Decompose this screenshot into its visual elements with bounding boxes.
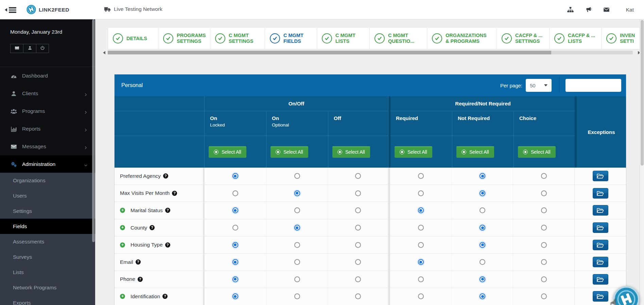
sidebar-collapse-button[interactable] bbox=[5, 6, 16, 14]
messages-quick-button[interactable] bbox=[10, 44, 23, 53]
search-input[interactable] bbox=[565, 79, 621, 92]
exceptions-button-max-visits-per-month[interactable] bbox=[593, 188, 608, 199]
sidebar-subitem-lists[interactable]: Lists bbox=[0, 265, 95, 280]
select-all-button-choice[interactable]: Select All bbox=[518, 146, 556, 158]
radio-email-choice[interactable] bbox=[541, 259, 547, 265]
radio-marital-status-off[interactable] bbox=[355, 207, 361, 213]
envelope-icon[interactable] bbox=[603, 6, 610, 13]
radio-identification-on-optional[interactable] bbox=[294, 293, 300, 299]
exceptions-button-preferred-agency[interactable] bbox=[593, 171, 608, 181]
question-circle-icon[interactable] bbox=[162, 294, 168, 299]
plus-circle-icon[interactable] bbox=[120, 225, 125, 230]
radio-email-required[interactable] bbox=[418, 259, 424, 265]
sidebar-item-administration[interactable]: Administration bbox=[0, 155, 95, 173]
radio-phone-choice[interactable] bbox=[541, 276, 547, 282]
radio-county-choice[interactable] bbox=[541, 225, 547, 231]
radio-email-off[interactable] bbox=[355, 259, 361, 265]
user-menu[interactable]: Kat bbox=[626, 7, 634, 13]
sidebar-subitem-users[interactable]: Users bbox=[0, 188, 95, 203]
exceptions-button-identification[interactable] bbox=[593, 291, 608, 302]
tab-c-mgmt-questio[interactable]: C MGMT QUESTIO... bbox=[370, 28, 427, 49]
radio-identification-not-required[interactable] bbox=[480, 293, 485, 299]
radio-max-visits-per-month-required[interactable] bbox=[418, 190, 424, 196]
radio-phone-on-optional[interactable] bbox=[294, 276, 300, 282]
sidebar-item-messages[interactable]: Messages bbox=[0, 138, 95, 155]
radio-identification-off[interactable] bbox=[355, 293, 361, 299]
sidebar-item-reports[interactable]: Reports bbox=[0, 120, 95, 138]
tab-c-mgmt-lists[interactable]: C MGMT LISTS bbox=[317, 28, 370, 49]
megaphone-icon[interactable] bbox=[585, 6, 592, 13]
radio-identification-on-locked[interactable] bbox=[232, 293, 238, 299]
tab-cacfp-lists[interactable]: CACFP & ... LISTS bbox=[550, 28, 602, 49]
tab-details[interactable]: DETAILS bbox=[108, 28, 158, 49]
radio-preferred-agency-off[interactable] bbox=[355, 173, 361, 179]
question-circle-icon[interactable] bbox=[163, 173, 168, 179]
sidebar-item-clients[interactable]: Clients bbox=[0, 85, 95, 102]
sidebar-subitem-assessments[interactable]: Assessments bbox=[0, 234, 95, 249]
tabs-scroll-left-button[interactable] bbox=[103, 51, 105, 54]
sidebar-subitem-settings[interactable]: Settings bbox=[0, 203, 95, 219]
tab-inven-setti[interactable]: INVEN SETTI bbox=[602, 28, 644, 49]
link2feed-floating-button[interactable]: ☝ bbox=[613, 286, 640, 305]
sidebar-item-dashboard[interactable]: Dashboard bbox=[0, 67, 95, 85]
tab-cacfp-settings[interactable]: CACFP & ... SETTINGS bbox=[497, 28, 550, 49]
radio-housing-type-not-required[interactable] bbox=[480, 242, 485, 248]
radio-phone-off[interactable] bbox=[355, 276, 361, 282]
select-all-button-required[interactable]: Select All bbox=[395, 146, 432, 158]
radio-county-on-optional[interactable] bbox=[294, 225, 300, 231]
exceptions-button-county[interactable] bbox=[593, 222, 608, 233]
select-all-button-off[interactable]: Select All bbox=[332, 146, 370, 158]
question-circle-icon[interactable] bbox=[138, 277, 143, 282]
exceptions-button-marital-status[interactable] bbox=[593, 205, 608, 216]
sidebar-subitem-organizations[interactable]: Organizations bbox=[0, 173, 95, 188]
tab-c-mgmt-settings[interactable]: C MGMT SETTINGS bbox=[210, 28, 265, 49]
sidebar-subitem-exports[interactable]: Exports bbox=[0, 295, 95, 305]
question-circle-icon[interactable] bbox=[165, 242, 170, 248]
tabs-scrollbar-track[interactable] bbox=[108, 51, 633, 54]
radio-max-visits-per-month-on-locked[interactable] bbox=[232, 190, 238, 196]
radio-email-not-required[interactable] bbox=[480, 259, 485, 265]
sidebar-subitem-surveys[interactable]: Surveys bbox=[0, 249, 95, 265]
radio-max-visits-per-month-choice[interactable] bbox=[541, 190, 547, 196]
question-circle-icon[interactable] bbox=[165, 208, 170, 213]
radio-preferred-agency-not-required[interactable] bbox=[480, 173, 485, 179]
plus-circle-icon[interactable] bbox=[120, 242, 125, 248]
radio-max-visits-per-month-on-optional[interactable] bbox=[294, 190, 300, 196]
radio-county-on-locked[interactable] bbox=[232, 225, 238, 231]
radio-email-on-locked[interactable] bbox=[232, 259, 238, 265]
radio-preferred-agency-required[interactable] bbox=[418, 173, 424, 179]
sidebar-scrollbar[interactable] bbox=[92, 19, 95, 242]
question-circle-icon[interactable] bbox=[136, 259, 141, 265]
radio-housing-type-choice[interactable] bbox=[541, 242, 547, 248]
radio-marital-status-on-locked[interactable] bbox=[232, 207, 238, 213]
radio-marital-status-required[interactable] bbox=[418, 207, 424, 213]
tab-organizations-programs[interactable]: ORGANIZATIONS & PROGRAMS bbox=[427, 28, 497, 49]
sidebar-item-programs[interactable]: Programs bbox=[0, 102, 95, 120]
profile-quick-button[interactable] bbox=[23, 44, 36, 53]
sitemap-icon[interactable] bbox=[567, 6, 574, 13]
exceptions-button-housing-type[interactable] bbox=[593, 240, 608, 250]
logout-quick-button[interactable] bbox=[36, 44, 49, 53]
plus-circle-icon[interactable] bbox=[120, 208, 125, 213]
radio-preferred-agency-on-locked[interactable] bbox=[232, 173, 238, 179]
radio-housing-type-on-locked[interactable] bbox=[232, 242, 238, 248]
radio-preferred-agency-on-optional[interactable] bbox=[294, 173, 300, 179]
exceptions-button-email[interactable] bbox=[593, 257, 608, 267]
radio-marital-status-on-optional[interactable] bbox=[294, 207, 300, 213]
radio-county-off[interactable] bbox=[355, 225, 361, 231]
plus-circle-icon[interactable] bbox=[120, 294, 125, 299]
radio-phone-not-required[interactable] bbox=[480, 276, 485, 282]
question-circle-icon[interactable] bbox=[172, 191, 177, 196]
radio-identification-choice[interactable] bbox=[541, 293, 547, 299]
radio-marital-status-choice[interactable] bbox=[541, 207, 547, 213]
radio-max-visits-per-month-not-required[interactable] bbox=[480, 190, 485, 196]
select-all-button-on-optional[interactable]: Select All bbox=[271, 146, 308, 158]
radio-county-not-required[interactable] bbox=[480, 225, 485, 231]
tab-c-mgmt-fields[interactable]: C MGMT FIELDS bbox=[265, 28, 317, 49]
sidebar-subitem-network-programs[interactable]: Network Programs bbox=[0, 280, 95, 295]
radio-marital-status-not-required[interactable] bbox=[480, 207, 485, 213]
select-all-button-on-locked[interactable]: Select All bbox=[209, 146, 246, 158]
radio-phone-required[interactable] bbox=[418, 276, 424, 282]
radio-identification-required[interactable] bbox=[418, 293, 424, 299]
page-scrollbar-thumb[interactable] bbox=[641, 20, 644, 166]
